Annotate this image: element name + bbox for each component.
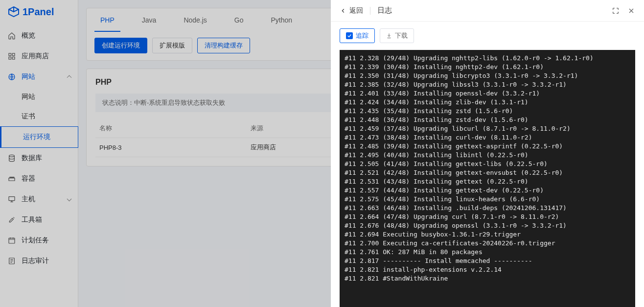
close-icon[interactable] [627, 7, 635, 15]
back-button[interactable]: 返回 [340, 6, 363, 15]
log-line: #11 2.495 (40/48) Installing libintl (0.… [345, 151, 630, 160]
log-line: #11 2.531 (43/48) Installing gettext (0.… [345, 177, 630, 186]
download-label: 下载 [395, 31, 408, 40]
drawer-header: 返回 日志 [331, 0, 644, 22]
track-label: 追踪 [356, 31, 368, 40]
log-line: #11 2.459 (37/48) Upgrading libcurl (8.7… [345, 124, 630, 133]
log-line: #11 2.694 Executing busybox-1.36.1-r29.t… [345, 230, 630, 239]
log-line: #11 2.424 (34/48) Installing zlib-dev (1… [345, 98, 630, 107]
log-line: #11 2.575 (45/48) Installing linux-heade… [345, 195, 630, 204]
download-button[interactable]: 下载 [380, 28, 414, 43]
back-label: 返回 [349, 6, 363, 15]
log-line: #11 2.385 (32/48) Upgrading libssl3 (3.3… [345, 80, 630, 89]
log-line: #11 2.817 ---------- Install memcached -… [345, 257, 630, 265]
arrow-left-icon [340, 7, 346, 14]
log-view[interactable]: #11 2.328 (29/48) Upgrading nghttp2-libs… [340, 50, 635, 307]
log-line: #11 2.700 Executing ca-certificates-2024… [345, 239, 630, 248]
log-line: #11 2.350 (31/48) Upgrading libcrypto3 (… [345, 71, 630, 80]
log-line: #11 2.821 #StandWithUkraine [345, 274, 630, 283]
track-toggle[interactable]: 追踪 [340, 28, 375, 43]
drawer-toolbar: 追踪 下载 [331, 22, 644, 50]
log-line: #11 2.401 (33/48) Installing openssl-dev… [345, 89, 630, 98]
log-line: #11 2.663 (46/48) Installing .build-deps… [345, 204, 630, 213]
log-line: #11 2.448 (36/48) Installing zstd-dev (1… [345, 116, 630, 124]
divider [370, 7, 370, 15]
log-line: #11 2.505 (41/48) Installing gettext-lib… [345, 160, 630, 168]
log-line: #11 2.664 (47/48) Upgrading curl (8.7.1-… [345, 213, 630, 221]
download-icon [386, 33, 392, 39]
log-drawer: 返回 日志 追踪 下载 #11 2.328 (29/48) Upgrading … [331, 0, 644, 307]
log-line: #11 2.435 (35/48) Installing zstd (1.5.6… [345, 107, 630, 116]
log-line: #11 2.328 (29/48) Upgrading nghttp2-libs… [345, 54, 630, 63]
log-line: #11 2.473 (38/48) Installing curl-dev (8… [345, 133, 630, 142]
log-line: #11 2.339 (30/48) Installing nghttp2-dev… [345, 63, 630, 71]
log-line: #11 2.676 (48/48) Upgrading openssl (3.3… [345, 221, 630, 230]
log-line: #11 2.485 (39/48) Installing gettext-asp… [345, 142, 630, 151]
log-line: #11 2.521 (42/48) Installing gettext-env… [345, 168, 630, 177]
log-line: #11 2.821 install-php-extensions v.2.2.1… [345, 265, 630, 274]
drawer-title: 日志 [377, 6, 612, 15]
fullscreen-icon[interactable] [612, 7, 620, 15]
log-line: #11 2.761 OK: 287 MiB in 80 packages [345, 248, 630, 257]
checkbox-checked-icon [346, 32, 353, 39]
log-line: #11 2.557 (44/48) Installing gettext-dev… [345, 186, 630, 195]
